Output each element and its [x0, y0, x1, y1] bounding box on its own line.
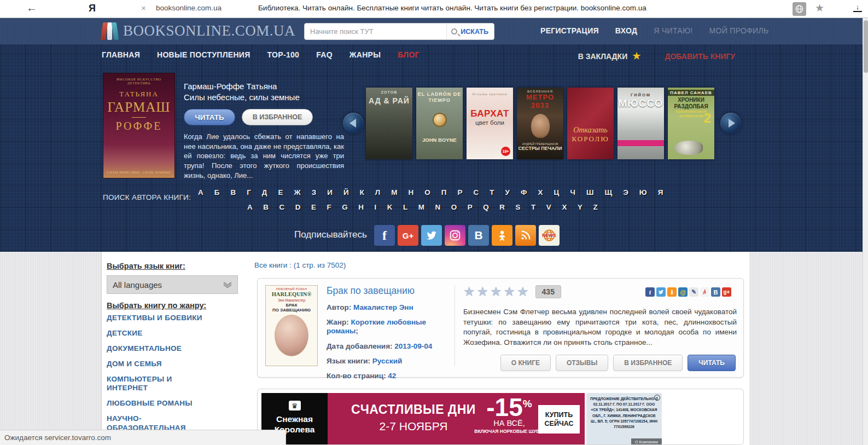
book-title-link[interactable]: Брак по завещанию	[327, 285, 453, 297]
author-letter-link[interactable]: Ф	[521, 188, 527, 197]
carousel-cover-metro[interactable]: ВСЕЛЕННАЯ МЕТРО 2033 АНДРЕЙ ГРЕБЕНЩИКОВ …	[517, 88, 563, 159]
author-letter-link[interactable]: Э	[623, 188, 628, 197]
sidebar-genre-link[interactable]: КОМПЬЮТЕРЫ И ИНТЕРНЕТ	[107, 375, 241, 394]
twitter-share-icon[interactable]	[656, 287, 666, 297]
author-letter-link[interactable]: C	[279, 203, 285, 211]
my-profile-link[interactable]: МОЙ ПРОФИЛЬ	[709, 26, 769, 35]
featured-book-cover[interactable]: ВЫСОКОЕ ИСКУССТВО ДЕТЕКТИВА ТАТЬЯНА ГАРМ…	[103, 73, 175, 178]
liveinternet-share-icon[interactable]	[700, 287, 709, 297]
author-letter-link[interactable]: X	[562, 203, 567, 211]
carousel-cover-otkazat-korolyu[interactable]: Отказать КОРОЛЮ	[567, 88, 614, 159]
about-company-link[interactable]: О Компании	[631, 438, 662, 445]
download-icon[interactable]: ↓	[853, 3, 862, 12]
author-letter-link[interactable]: Z	[593, 203, 597, 211]
author-letter-link[interactable]: Е	[278, 188, 283, 197]
facebook-icon[interactable]	[374, 225, 395, 246]
about-book-button[interactable]: О КНИГЕ	[500, 355, 551, 371]
odnoklassniki-share-icon[interactable]	[667, 287, 677, 297]
author-letter-link[interactable]: Л	[375, 188, 380, 197]
author-letter-link[interactable]: B	[263, 203, 269, 211]
sidebar-genre-link[interactable]: ДОМ И СЕМЬЯ	[107, 360, 241, 369]
author-letter-link[interactable]: Й	[343, 188, 349, 197]
carousel-next-button[interactable]	[720, 113, 741, 134]
sidebar-genre-link[interactable]: ДОКУМЕНТАЛЬНОЕ	[107, 344, 241, 354]
carousel-cover-musso[interactable]: ГИЙОМ МЮССО	[617, 88, 664, 159]
author-letter-link[interactable]: F	[327, 203, 331, 211]
author-letter-link[interactable]: Б	[214, 188, 220, 197]
instagram-icon[interactable]	[445, 225, 465, 246]
author-letter-link[interactable]: С	[474, 188, 479, 197]
author-letter-link[interactable]: P	[468, 203, 473, 211]
carousel-cover-barkhat[interactable]: Отзывы критиков БАРХАТ цвет боли 18+	[467, 88, 513, 159]
address-url[interactable]: booksonline.com.ua	[156, 4, 222, 12]
i-read-link[interactable]: Я ЧИТАЮ!	[654, 26, 692, 35]
author-letter-link[interactable]: Р	[458, 188, 463, 197]
author-letter-link[interactable]: Y	[578, 203, 582, 211]
author-letter-link[interactable]: G	[342, 203, 348, 211]
author-letter-link[interactable]: А	[198, 188, 203, 197]
read-button[interactable]: ЧИТАТЬ	[688, 355, 736, 371]
nav-genres[interactable]: ЖАНРЫ	[349, 50, 381, 59]
news-icon[interactable]: NEWS	[539, 225, 560, 246]
star-icon[interactable]	[490, 285, 502, 298]
book-field-value[interactable]: Макалистер Энн	[353, 303, 413, 311]
bookmarks-link[interactable]: В ЗАКЛАДКИ ★	[578, 50, 641, 62]
nav-new-arrivals[interactable]: НОВЫЕ ПОСТУПЛЕНИЯ	[157, 50, 251, 59]
author-letter-link[interactable]: I	[375, 203, 377, 211]
author-letter-link[interactable]: Ш	[586, 188, 594, 197]
star-icon[interactable]	[463, 285, 475, 298]
nav-top-100[interactable]: ТОР-100	[267, 50, 300, 59]
author-letter-link[interactable]: Ч	[570, 188, 575, 197]
star-icon[interactable]	[517, 285, 529, 298]
book-cover[interactable]: ЛЮБОВНЫЙ РОМАН HARLEQUIN® Энн Макалистер…	[265, 285, 318, 366]
facebook-share-icon[interactable]	[645, 287, 655, 297]
author-letter-link[interactable]: D	[295, 203, 301, 211]
ad-banner[interactable]: Снежная Королева СЧАСТЛИВЫЕ ДНИ 2-7 НОЯБ…	[257, 389, 744, 445]
buy-now-button[interactable]: КУПИТЬ СЕЙЧАС	[538, 405, 580, 434]
author-letter-link[interactable]: Г	[247, 188, 251, 197]
search-input[interactable]	[305, 27, 446, 36]
author-letter-link[interactable]: Ц	[554, 188, 560, 197]
author-letter-link[interactable]: Т	[490, 188, 494, 197]
twitter-icon[interactable]	[421, 225, 442, 246]
star-icon[interactable]	[477, 285, 489, 298]
language-select[interactable]: All languages	[107, 275, 238, 294]
google-plus-share-icon[interactable]	[722, 287, 731, 297]
reviews-button[interactable]: ОТЗЫВЫ	[556, 355, 608, 371]
author-letter-link[interactable]: L	[403, 203, 407, 211]
info-icon[interactable]: i	[654, 395, 660, 401]
featured-title[interactable]: Силы небесные, силы земные	[184, 92, 344, 103]
author-letter-link[interactable]: H	[358, 203, 364, 211]
author-letter-link[interactable]: A	[247, 203, 253, 211]
author-letter-link[interactable]: О	[424, 188, 430, 197]
author-letter-link[interactable]: R	[499, 203, 505, 211]
author-letter-link[interactable]: V	[546, 203, 551, 211]
author-letter-link[interactable]: S	[516, 203, 521, 211]
sidebar-genre-link[interactable]: ДЕТЕКТИВЫ И БОЕВИКИ	[107, 314, 241, 323]
google-plus-icon[interactable]	[398, 225, 418, 246]
yandex-logo-icon[interactable]: Я	[89, 3, 96, 14]
search-button[interactable]: ИСКАТЬ	[446, 24, 494, 39]
carousel-cover-ad-i-ray[interactable]: ZOTOB АД & РАЙ	[366, 88, 412, 159]
book-field-value[interactable]: 42	[388, 372, 396, 380]
author-letter-link[interactable]: К	[360, 188, 364, 197]
author-letter-link[interactable]: М	[391, 188, 397, 197]
featured-favorite-button[interactable]: В ИЗБРАННОЕ	[242, 109, 313, 125]
login-link[interactable]: ВХОД	[615, 26, 637, 35]
author-letter-link[interactable]: П	[441, 188, 447, 197]
author-letter-link[interactable]: Х	[538, 188, 543, 197]
author-letter-link[interactable]: M	[418, 203, 424, 211]
carousel-prev-button[interactable]	[343, 113, 364, 134]
author-letter-link[interactable]: K	[387, 203, 393, 211]
nav-faq[interactable]: FAQ	[316, 50, 333, 59]
rss-icon[interactable]	[515, 225, 536, 246]
globe-icon[interactable]	[793, 2, 806, 16]
author-letter-link[interactable]: Ю	[639, 188, 647, 197]
author-letter-link[interactable]: У	[505, 188, 510, 197]
book-field-value[interactable]: Русский	[372, 357, 403, 365]
livejournal-share-icon[interactable]	[689, 287, 698, 297]
vkontakte-share-icon[interactable]	[711, 287, 720, 297]
book-field-value[interactable]: 2013-09-04	[394, 342, 432, 350]
site-logo[interactable]: BOOKSONLINE.COM.UA	[102, 21, 295, 40]
author-letter-link[interactable]: З	[312, 188, 316, 197]
